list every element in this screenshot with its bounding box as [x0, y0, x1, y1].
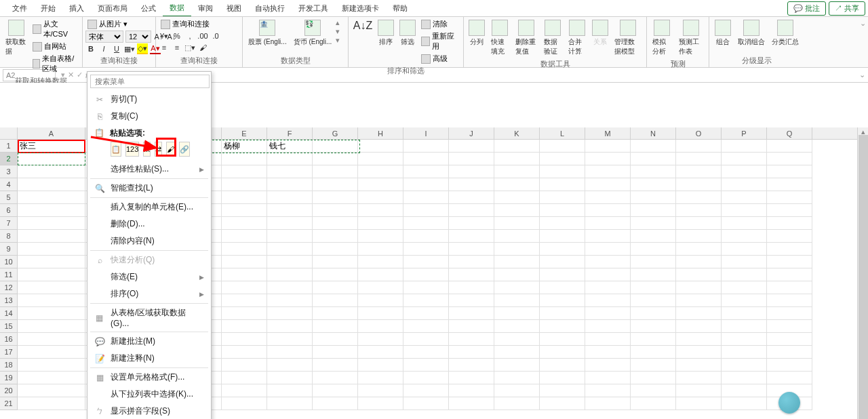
cell-H5[interactable]	[358, 191, 403, 204]
cell-F15[interactable]	[267, 320, 313, 333]
cell-A10[interactable]	[18, 256, 85, 268]
cell-A11[interactable]	[18, 268, 85, 281]
cm-format-cells[interactable]: ▦设置单元格格式(F)...	[87, 369, 211, 386]
cell-O15[interactable]	[676, 320, 722, 333]
cell-A12[interactable]	[18, 281, 85, 294]
cell-H2[interactable]	[358, 153, 403, 165]
cell-I19[interactable]	[403, 372, 449, 384]
cell-P16[interactable]	[722, 333, 767, 346]
cell-E8[interactable]	[222, 230, 267, 243]
col-header-Q[interactable]: Q	[767, 127, 812, 139]
cell-I7[interactable]	[403, 217, 449, 230]
cell-H10[interactable]	[358, 256, 403, 268]
cm-clear[interactable]: 清除内容(N)	[87, 233, 211, 250]
cell-P5[interactable]	[722, 191, 767, 204]
row-header-1[interactable]: 1	[0, 140, 17, 153]
merge-button[interactable]: ⬚▾	[184, 42, 195, 53]
col-header-K[interactable]: K	[494, 127, 540, 139]
data-model-button[interactable]: 管理数据模型	[612, 18, 644, 58]
cell-L3[interactable]	[540, 165, 585, 178]
cell-A8[interactable]	[18, 230, 85, 243]
cell-E12[interactable]	[222, 281, 267, 294]
cell-A4[interactable]	[18, 178, 85, 191]
cell-O2[interactable]	[676, 153, 722, 165]
cell-Q7[interactable]	[767, 217, 812, 230]
cell-K8[interactable]	[494, 230, 540, 243]
cell-N2[interactable]	[631, 153, 676, 165]
col-header-H[interactable]: H	[358, 127, 403, 139]
from-web-button[interactable]: 自网站	[31, 41, 79, 52]
col-header-A[interactable]: A	[18, 127, 85, 139]
cell-L11[interactable]	[540, 268, 585, 281]
cell-G10[interactable]	[313, 256, 358, 268]
datatype-up-icon[interactable]: ▴	[336, 18, 340, 27]
cell-O1[interactable]	[676, 140, 722, 153]
cell-H20[interactable]	[358, 384, 403, 397]
row-header-4[interactable]: 4	[0, 178, 17, 191]
cell-E5[interactable]	[222, 191, 267, 204]
cell-L9[interactable]	[540, 243, 585, 256]
cell-H14[interactable]	[358, 307, 403, 320]
cell-N11[interactable]	[631, 268, 676, 281]
cell-L13[interactable]	[540, 294, 585, 307]
group-button[interactable]: 组合	[712, 18, 734, 48]
cell-E4[interactable]	[222, 178, 267, 191]
row-header-20[interactable]: 20	[0, 384, 17, 397]
cell-A14[interactable]	[18, 307, 85, 320]
cell-P15[interactable]	[722, 320, 767, 333]
clear-filter-button[interactable]: 清除	[419, 18, 460, 30]
cell-J14[interactable]	[449, 307, 494, 320]
cell-N8[interactable]	[631, 230, 676, 243]
underline-button[interactable]: U	[111, 43, 122, 54]
cell-M15[interactable]	[585, 320, 631, 333]
stocks-datatype-button[interactable]: 🏦 股票 (Engli...	[245, 18, 290, 48]
cell-P1[interactable]	[722, 140, 767, 153]
cell-M4[interactable]	[585, 178, 631, 191]
queries-connections-button[interactable]: 查询和连接	[159, 18, 212, 30]
col-header-M[interactable]: M	[585, 127, 631, 139]
cell-F19[interactable]	[267, 372, 313, 384]
context-search-input[interactable]	[90, 75, 210, 88]
cell-E13[interactable]	[222, 294, 267, 307]
tab-data[interactable]: 数据	[163, 0, 191, 17]
cell-E16[interactable]	[222, 333, 267, 346]
cell-I21[interactable]	[403, 397, 449, 410]
cell-N13[interactable]	[631, 294, 676, 307]
row-header-6[interactable]: 6	[0, 204, 17, 217]
cell-N5[interactable]	[631, 191, 676, 204]
cell-M21[interactable]	[585, 397, 631, 410]
cell-G11[interactable]	[313, 268, 358, 281]
cell-E17[interactable]	[222, 346, 267, 359]
cell-N10[interactable]	[631, 256, 676, 268]
cell-I14[interactable]	[403, 307, 449, 320]
col-header-F[interactable]: F	[267, 127, 313, 139]
cell-P12[interactable]	[722, 281, 767, 294]
cell-P4[interactable]	[722, 178, 767, 191]
cell-N6[interactable]	[631, 204, 676, 217]
row-header-3[interactable]: 3	[0, 165, 17, 178]
cell-E10[interactable]	[222, 256, 267, 268]
cell-Q12[interactable]	[767, 281, 812, 294]
cm-paste-special[interactable]: 选择性粘贴(S)...▶	[87, 161, 211, 178]
cell-G16[interactable]	[313, 333, 358, 346]
filter-button[interactable]: 筛选	[397, 18, 418, 48]
cell-I6[interactable]	[403, 204, 449, 217]
cell-G14[interactable]	[313, 307, 358, 320]
cell-E9[interactable]	[222, 243, 267, 256]
cell-M9[interactable]	[585, 243, 631, 256]
cell-K4[interactable]	[494, 178, 540, 191]
cell-Q2[interactable]	[767, 153, 812, 165]
from-range-button[interactable]: 来自表格/区域	[31, 53, 79, 75]
row-header-19[interactable]: 19	[0, 372, 17, 384]
cell-Q9[interactable]	[767, 243, 812, 256]
cell-G17[interactable]	[313, 346, 358, 359]
cell-L8[interactable]	[540, 230, 585, 243]
cell-I9[interactable]	[403, 243, 449, 256]
cell-A16[interactable]	[18, 333, 85, 346]
cell-M19[interactable]	[585, 372, 631, 384]
paste-option-keep-source[interactable]: 📋	[111, 142, 121, 157]
tab-new[interactable]: 新建选项卡	[335, 1, 386, 16]
cell-F21[interactable]	[267, 397, 313, 410]
cell-E7[interactable]	[222, 217, 267, 230]
cell-A13[interactable]	[18, 294, 85, 307]
